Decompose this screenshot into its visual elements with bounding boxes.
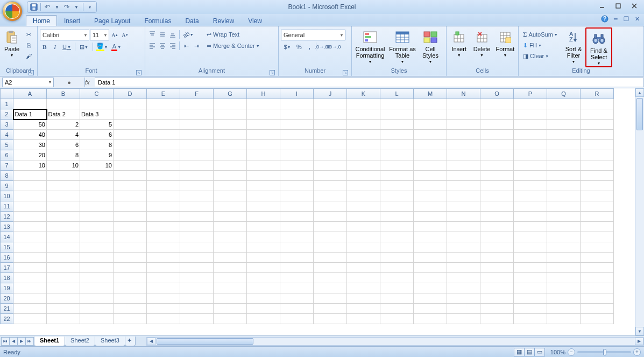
row-header-20[interactable]: 20 bbox=[1, 293, 13, 304]
cell-D18[interactable] bbox=[114, 273, 147, 283]
cell-J21[interactable] bbox=[314, 304, 347, 314]
cell-A18[interactable] bbox=[13, 273, 47, 283]
cell-G1[interactable] bbox=[214, 99, 247, 109]
row-header-18[interactable]: 18 bbox=[1, 273, 13, 283]
cell-A14[interactable] bbox=[13, 232, 47, 242]
cell-F17[interactable] bbox=[180, 263, 214, 273]
cell-Q18[interactable] bbox=[547, 273, 581, 283]
column-header-K[interactable]: K bbox=[347, 89, 380, 99]
scroll-left-icon[interactable]: ◀ bbox=[147, 338, 155, 345]
zoom-out-button[interactable]: − bbox=[568, 348, 575, 356]
format-painter-button[interactable]: 🖌 bbox=[24, 51, 33, 61]
cell-Q11[interactable] bbox=[547, 201, 581, 212]
cell-O16[interactable] bbox=[480, 253, 514, 263]
cell-F15[interactable] bbox=[180, 242, 214, 253]
cell-H2[interactable] bbox=[247, 109, 280, 120]
align-middle-button[interactable] bbox=[158, 30, 167, 39]
cell-Q15[interactable] bbox=[547, 242, 581, 253]
cell-B3[interactable]: 2 bbox=[47, 120, 80, 130]
cell-H8[interactable] bbox=[247, 171, 280, 181]
cell-F19[interactable] bbox=[180, 283, 214, 293]
cell-D17[interactable] bbox=[114, 263, 147, 273]
cell-N3[interactable] bbox=[447, 120, 480, 130]
cell-O9[interactable] bbox=[480, 181, 514, 191]
cell-O3[interactable] bbox=[480, 120, 514, 130]
cell-E20[interactable] bbox=[147, 293, 180, 304]
cell-F9[interactable] bbox=[180, 181, 214, 191]
cell-J7[interactable] bbox=[314, 160, 347, 171]
cell-C12[interactable] bbox=[80, 212, 114, 222]
cell-H11[interactable] bbox=[247, 201, 280, 212]
sheet-tab-sheet2[interactable]: Sheet2 bbox=[65, 337, 95, 346]
cell-C9[interactable] bbox=[80, 181, 114, 191]
cell-D6[interactable] bbox=[114, 150, 147, 160]
cell-N13[interactable] bbox=[447, 222, 480, 232]
cell-R11[interactable] bbox=[581, 201, 614, 212]
cell-D7[interactable] bbox=[114, 160, 147, 171]
cell-Q4[interactable] bbox=[547, 130, 581, 140]
row-header-22[interactable]: 22 bbox=[1, 314, 13, 324]
spreadsheet-grid[interactable]: ABCDEFGHIJKLMNOPQR12Data 1Data 2Data 335… bbox=[0, 88, 614, 324]
cell-M4[interactable] bbox=[414, 130, 447, 140]
cell-G16[interactable] bbox=[214, 253, 247, 263]
row-header-10[interactable]: 10 bbox=[1, 191, 13, 201]
cell-O21[interactable] bbox=[480, 304, 514, 314]
cell-C3[interactable]: 5 bbox=[80, 120, 114, 130]
cell-P22[interactable] bbox=[514, 314, 547, 324]
cell-B1[interactable] bbox=[47, 99, 80, 109]
cell-I18[interactable] bbox=[280, 273, 314, 283]
row-header-8[interactable]: 8 bbox=[1, 171, 13, 181]
cell-L8[interactable] bbox=[380, 171, 414, 181]
cell-M8[interactable] bbox=[414, 171, 447, 181]
cell-B12[interactable] bbox=[47, 212, 80, 222]
cell-R13[interactable] bbox=[581, 222, 614, 232]
cell-H17[interactable] bbox=[247, 263, 280, 273]
column-header-F[interactable]: F bbox=[180, 89, 214, 99]
cell-G21[interactable] bbox=[214, 304, 247, 314]
cell-R20[interactable] bbox=[581, 293, 614, 304]
cell-D19[interactable] bbox=[114, 283, 147, 293]
cell-G7[interactable] bbox=[214, 160, 247, 171]
cell-A17[interactable] bbox=[13, 263, 47, 273]
cell-P8[interactable] bbox=[514, 171, 547, 181]
cell-I3[interactable] bbox=[280, 120, 314, 130]
cell-C5[interactable]: 8 bbox=[80, 140, 114, 150]
sheet-tab-sheet1[interactable]: Sheet1 bbox=[34, 337, 65, 346]
cell-K21[interactable] bbox=[347, 304, 380, 314]
cell-E6[interactable] bbox=[147, 150, 180, 160]
comma-format-button[interactable]: , bbox=[305, 42, 314, 52]
cell-P3[interactable] bbox=[514, 120, 547, 130]
cell-E8[interactable] bbox=[147, 171, 180, 181]
cell-I14[interactable] bbox=[280, 232, 314, 242]
cell-M20[interactable] bbox=[414, 293, 447, 304]
cell-P20[interactable] bbox=[514, 293, 547, 304]
cell-N22[interactable] bbox=[447, 314, 480, 324]
cell-E19[interactable] bbox=[147, 283, 180, 293]
cell-G6[interactable] bbox=[214, 150, 247, 160]
cell-F16[interactable] bbox=[180, 253, 214, 263]
minimize-button[interactable] bbox=[595, 1, 610, 11]
cell-G11[interactable] bbox=[214, 201, 247, 212]
paste-button[interactable]: Paste ▼ bbox=[2, 27, 22, 58]
cell-A9[interactable] bbox=[13, 181, 47, 191]
font-size-combo[interactable]: 11▼ bbox=[90, 30, 109, 40]
cell-L2[interactable] bbox=[380, 109, 414, 120]
cell-K7[interactable] bbox=[347, 160, 380, 171]
help-icon[interactable]: ? bbox=[601, 15, 608, 23]
cell-M2[interactable] bbox=[414, 109, 447, 120]
cell-M17[interactable] bbox=[414, 263, 447, 273]
cell-K1[interactable] bbox=[347, 99, 380, 109]
cell-G2[interactable] bbox=[214, 109, 247, 120]
cell-A8[interactable] bbox=[13, 171, 47, 181]
cell-D12[interactable] bbox=[114, 212, 147, 222]
fx-label[interactable]: fx bbox=[85, 79, 95, 86]
cell-K10[interactable] bbox=[347, 191, 380, 201]
scroll-down-icon[interactable]: ▼ bbox=[635, 327, 644, 335]
find-select-button[interactable]: Find & Select▼ bbox=[587, 29, 611, 66]
mdi-close-icon[interactable]: ✕ bbox=[633, 15, 641, 23]
sheet-tab-sheet3[interactable]: Sheet3 bbox=[95, 337, 125, 346]
column-header-J[interactable]: J bbox=[314, 89, 347, 99]
cell-L12[interactable] bbox=[380, 212, 414, 222]
cell-M1[interactable] bbox=[414, 99, 447, 109]
cell-N10[interactable] bbox=[447, 191, 480, 201]
